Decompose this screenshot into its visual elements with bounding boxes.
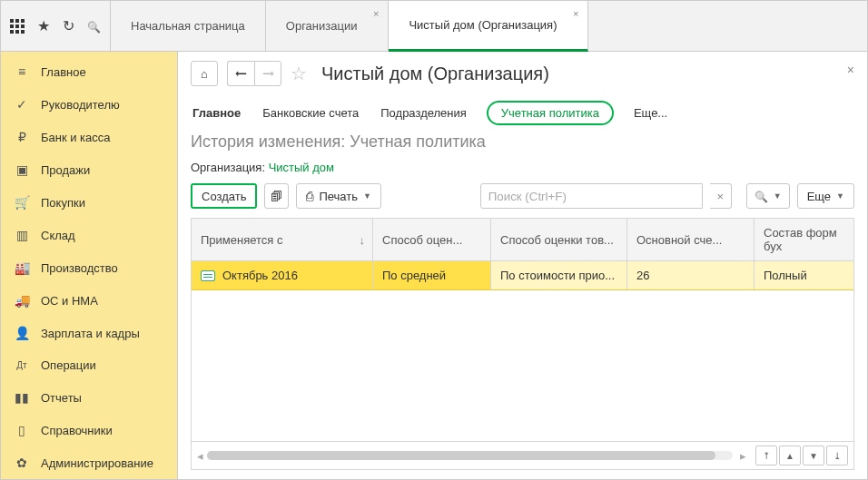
sidebar-item-label: Производство xyxy=(41,261,118,275)
sidebar: ≡Главное ✓Руководителю ₽Банк и касса ▣Пр… xyxy=(1,52,178,479)
col-forms[interactable]: Состав форм бух xyxy=(755,219,853,260)
sidebar-item-label: Администрирование xyxy=(41,456,153,470)
col-account[interactable]: Основной сче... xyxy=(627,219,755,260)
table-header: Применяется с↓ Способ оцен... Способ оце… xyxy=(192,219,853,261)
sidebar-item-label: Справочники xyxy=(41,424,113,437)
home-button[interactable]: ⌂ xyxy=(191,61,218,86)
bars-icon: ▮▮ xyxy=(14,390,30,405)
close-page-icon[interactable]: × xyxy=(847,63,854,77)
sidebar-item-catalogs[interactable]: ▯Справочники xyxy=(1,414,177,446)
sidebar-item-admin[interactable]: ✿Администрирование xyxy=(1,446,177,479)
section-tab-more[interactable]: Еще... xyxy=(632,103,669,123)
print-button-label: Печать xyxy=(319,190,358,203)
tab-label: Начальная страница xyxy=(131,19,245,33)
sidebar-item-manager[interactable]: ✓Руководителю xyxy=(1,88,177,121)
table-row[interactable]: Октябрь 2016 По средней По стоимости при… xyxy=(192,261,853,290)
close-icon[interactable]: × xyxy=(573,8,578,19)
tab-home[interactable]: Начальная страница xyxy=(111,1,266,51)
favorite-star-icon[interactable]: ☆ xyxy=(291,63,307,84)
create-button-label: Создать xyxy=(202,190,246,203)
nav-group: 🠔 🠖 xyxy=(227,61,281,86)
chevron-down-icon: ▼ xyxy=(836,191,844,201)
book-icon: ▯ xyxy=(14,423,30,437)
section-tab-policy[interactable]: Учетная политика xyxy=(487,101,614,125)
printer-icon xyxy=(306,189,313,203)
back-button[interactable]: 🠔 xyxy=(227,61,254,86)
sidebar-item-production[interactable]: 🏭Производство xyxy=(1,251,177,284)
forward-button[interactable]: 🠖 xyxy=(254,61,281,86)
col-method1[interactable]: Способ оцен... xyxy=(373,219,491,260)
tab-organizations[interactable]: Организации × xyxy=(266,1,390,51)
cell-method2: По стоимости прио... xyxy=(500,269,615,282)
apps-grid-icon[interactable] xyxy=(10,19,25,34)
scroll-left-icon[interactable]: ◂ xyxy=(197,449,203,463)
col-method2[interactable]: Способ оценки тов... xyxy=(491,219,627,260)
print-button[interactable]: Печать▼ xyxy=(296,183,381,209)
search-input[interactable] xyxy=(480,183,703,209)
more-button[interactable]: Еще▼ xyxy=(797,183,854,209)
scroll-right-icon[interactable]: ▸ xyxy=(740,449,746,463)
copy-button[interactable]: 🗐 xyxy=(264,183,289,209)
sidebar-item-label: Руководителю xyxy=(41,98,120,112)
col-applies-from[interactable]: Применяется с↓ xyxy=(192,219,373,260)
section-tabs: Главное Банковские счета Подразделения У… xyxy=(191,101,854,125)
tab-bar: Начальная страница Организации × Чистый … xyxy=(111,1,867,51)
ruble-icon: ₽ xyxy=(14,130,30,144)
menu-icon: ≡ xyxy=(14,64,30,79)
sidebar-item-purchases[interactable]: 🛒Покупки xyxy=(1,186,177,219)
organization-label: Организация: xyxy=(191,161,269,174)
cell-forms: Полный xyxy=(764,269,807,282)
organization-line: Организация: Чистый дом xyxy=(191,161,854,174)
table-footer: ◂ ▸ ⤒ ▲ ▼ ⤓ xyxy=(192,441,853,469)
advanced-search-button[interactable]: ▼ xyxy=(746,183,790,209)
search-icon[interactable] xyxy=(87,18,101,34)
section-tab-bank[interactable]: Банковские счета xyxy=(261,103,360,123)
sidebar-item-main[interactable]: ≡Главное xyxy=(1,55,177,88)
sidebar-item-label: Операции xyxy=(41,358,96,372)
star-icon[interactable]: ★ xyxy=(37,17,50,34)
sidebar-item-warehouse[interactable]: ▥Склад xyxy=(1,219,177,251)
sidebar-item-label: Банк и касса xyxy=(41,131,111,144)
chevron-down-icon: ▼ xyxy=(363,191,371,201)
organization-link[interactable]: Чистый дом xyxy=(269,161,334,174)
chevron-down-icon: ▼ xyxy=(774,191,782,201)
sidebar-item-label: ОС и НМА xyxy=(41,294,98,308)
sidebar-item-payroll[interactable]: 👤Зарплата и кадры xyxy=(1,317,177,349)
page-title: Чистый дом (Организация) xyxy=(321,64,549,84)
horizontal-scrollbar[interactable] xyxy=(207,451,733,460)
sidebar-item-reports[interactable]: ▮▮Отчеты xyxy=(1,381,177,414)
gear-icon: ✿ xyxy=(14,456,30,470)
more-button-label: Еще xyxy=(807,190,831,203)
cell-account: 26 xyxy=(636,269,649,282)
section-tab-divisions[interactable]: Подразделения xyxy=(379,103,469,123)
history-icon[interactable]: ↻ xyxy=(63,17,74,34)
sidebar-item-operations[interactable]: ДтОперации xyxy=(1,349,177,381)
sidebar-item-sales[interactable]: ▣Продажи xyxy=(1,153,177,186)
goto-top-button[interactable]: ⤒ xyxy=(755,446,777,465)
cell-applies-from: Октябрь 2016 xyxy=(222,269,298,282)
data-table: Применяется с↓ Способ оцен... Способ оце… xyxy=(191,218,854,470)
create-button[interactable]: Создать xyxy=(191,183,257,209)
boxes-icon: ▥ xyxy=(14,228,30,242)
sort-desc-icon: ↓ xyxy=(360,233,366,247)
sidebar-item-label: Зарплата и кадры xyxy=(41,327,140,340)
sidebar-item-assets[interactable]: 🚚ОС и НМА xyxy=(1,284,177,317)
tab-chisty-dom[interactable]: Чистый дом (Организация) × xyxy=(389,1,588,52)
copy-icon: 🗐 xyxy=(271,190,282,203)
main-area: × ⌂ 🠔 🠖 ☆ Чистый дом (Организация) Главн… xyxy=(178,52,867,479)
tab-label: Организации xyxy=(286,19,358,33)
sidebar-item-bank[interactable]: ₽Банк и касса xyxy=(1,121,177,153)
sidebar-item-label: Продажи xyxy=(41,163,90,177)
search-clear-button[interactable]: × xyxy=(710,183,732,209)
goto-bottom-button[interactable]: ⤓ xyxy=(826,446,848,465)
scrollbar-thumb[interactable] xyxy=(207,451,715,460)
truck-icon: 🚚 xyxy=(14,293,30,308)
magnifier-icon xyxy=(755,190,768,203)
dtkt-icon: Дт xyxy=(14,360,30,370)
topbar-quick-icons: ★ ↻ xyxy=(1,1,111,51)
section-tab-main[interactable]: Главное xyxy=(191,103,242,123)
goto-up-button[interactable]: ▲ xyxy=(779,446,801,465)
factory-icon: 🏭 xyxy=(14,260,30,275)
goto-down-button[interactable]: ▼ xyxy=(803,446,824,465)
close-icon[interactable]: × xyxy=(373,8,379,19)
